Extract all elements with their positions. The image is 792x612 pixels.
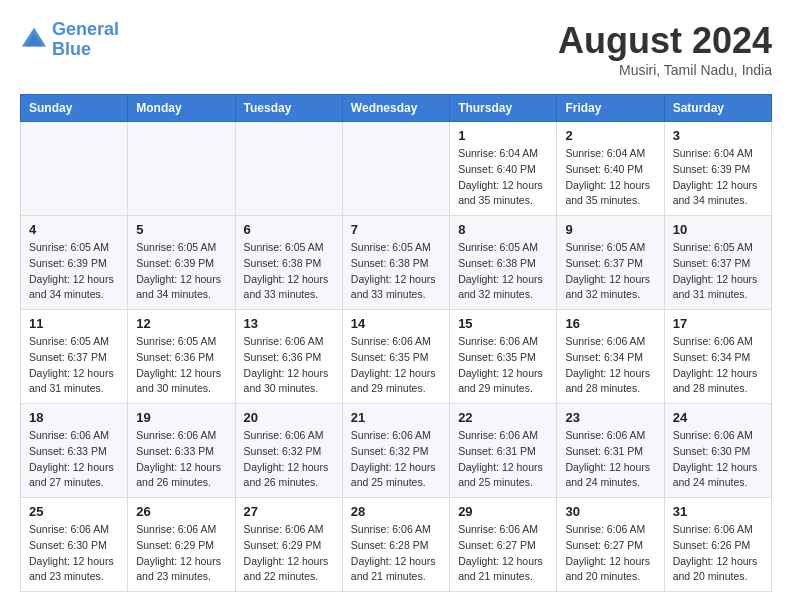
day-number: 27 — [244, 504, 334, 519]
logo: General Blue — [20, 20, 119, 60]
day-number: 6 — [244, 222, 334, 237]
day-number: 29 — [458, 504, 548, 519]
calendar-cell: 29 Sunrise: 6:06 AMSunset: 6:27 PMDaylig… — [450, 498, 557, 592]
day-number: 4 — [29, 222, 119, 237]
day-number: 28 — [351, 504, 441, 519]
day-info: Sunrise: 6:06 AMSunset: 6:35 PMDaylight:… — [351, 334, 441, 397]
calendar-day-header: Friday — [557, 95, 664, 122]
calendar-cell: 17 Sunrise: 6:06 AMSunset: 6:34 PMDaylig… — [664, 310, 771, 404]
day-number: 17 — [673, 316, 763, 331]
day-info: Sunrise: 6:06 AMSunset: 6:36 PMDaylight:… — [244, 334, 334, 397]
day-info: Sunrise: 6:06 AMSunset: 6:29 PMDaylight:… — [244, 522, 334, 585]
calendar-cell — [342, 122, 449, 216]
calendar-cell: 21 Sunrise: 6:06 AMSunset: 6:32 PMDaylig… — [342, 404, 449, 498]
calendar-day-header: Monday — [128, 95, 235, 122]
day-info: Sunrise: 6:06 AMSunset: 6:26 PMDaylight:… — [673, 522, 763, 585]
day-info: Sunrise: 6:05 AMSunset: 6:38 PMDaylight:… — [244, 240, 334, 303]
calendar-week-row: 4 Sunrise: 6:05 AMSunset: 6:39 PMDayligh… — [21, 216, 772, 310]
day-number: 9 — [565, 222, 655, 237]
day-number: 22 — [458, 410, 548, 425]
day-number: 16 — [565, 316, 655, 331]
day-info: Sunrise: 6:06 AMSunset: 6:30 PMDaylight:… — [673, 428, 763, 491]
calendar-day-header: Tuesday — [235, 95, 342, 122]
calendar-table: SundayMondayTuesdayWednesdayThursdayFrid… — [20, 94, 772, 592]
day-info: Sunrise: 6:06 AMSunset: 6:32 PMDaylight:… — [351, 428, 441, 491]
day-number: 31 — [673, 504, 763, 519]
day-info: Sunrise: 6:06 AMSunset: 6:34 PMDaylight:… — [565, 334, 655, 397]
calendar-cell: 30 Sunrise: 6:06 AMSunset: 6:27 PMDaylig… — [557, 498, 664, 592]
location: Musiri, Tamil Nadu, India — [558, 62, 772, 78]
day-number: 15 — [458, 316, 548, 331]
day-info: Sunrise: 6:05 AMSunset: 6:36 PMDaylight:… — [136, 334, 226, 397]
day-number: 14 — [351, 316, 441, 331]
day-info: Sunrise: 6:04 AMSunset: 6:40 PMDaylight:… — [565, 146, 655, 209]
day-number: 11 — [29, 316, 119, 331]
day-info: Sunrise: 6:05 AMSunset: 6:39 PMDaylight:… — [136, 240, 226, 303]
day-info: Sunrise: 6:06 AMSunset: 6:28 PMDaylight:… — [351, 522, 441, 585]
calendar-cell: 28 Sunrise: 6:06 AMSunset: 6:28 PMDaylig… — [342, 498, 449, 592]
day-number: 26 — [136, 504, 226, 519]
calendar-week-row: 18 Sunrise: 6:06 AMSunset: 6:33 PMDaylig… — [21, 404, 772, 498]
calendar-cell: 3 Sunrise: 6:04 AMSunset: 6:39 PMDayligh… — [664, 122, 771, 216]
calendar-cell: 6 Sunrise: 6:05 AMSunset: 6:38 PMDayligh… — [235, 216, 342, 310]
calendar-cell: 5 Sunrise: 6:05 AMSunset: 6:39 PMDayligh… — [128, 216, 235, 310]
calendar-cell: 31 Sunrise: 6:06 AMSunset: 6:26 PMDaylig… — [664, 498, 771, 592]
calendar-cell: 1 Sunrise: 6:04 AMSunset: 6:40 PMDayligh… — [450, 122, 557, 216]
day-number: 21 — [351, 410, 441, 425]
calendar-cell: 16 Sunrise: 6:06 AMSunset: 6:34 PMDaylig… — [557, 310, 664, 404]
calendar-cell: 23 Sunrise: 6:06 AMSunset: 6:31 PMDaylig… — [557, 404, 664, 498]
logo-icon — [20, 26, 48, 54]
day-info: Sunrise: 6:06 AMSunset: 6:32 PMDaylight:… — [244, 428, 334, 491]
page-header: General Blue August 2024 Musiri, Tamil N… — [20, 20, 772, 78]
calendar-week-row: 1 Sunrise: 6:04 AMSunset: 6:40 PMDayligh… — [21, 122, 772, 216]
day-number: 1 — [458, 128, 548, 143]
calendar-cell — [21, 122, 128, 216]
day-number: 13 — [244, 316, 334, 331]
calendar-cell: 20 Sunrise: 6:06 AMSunset: 6:32 PMDaylig… — [235, 404, 342, 498]
calendar-cell: 12 Sunrise: 6:05 AMSunset: 6:36 PMDaylig… — [128, 310, 235, 404]
calendar-cell: 15 Sunrise: 6:06 AMSunset: 6:35 PMDaylig… — [450, 310, 557, 404]
calendar-header-row: SundayMondayTuesdayWednesdayThursdayFrid… — [21, 95, 772, 122]
calendar-cell: 19 Sunrise: 6:06 AMSunset: 6:33 PMDaylig… — [128, 404, 235, 498]
day-number: 7 — [351, 222, 441, 237]
day-info: Sunrise: 6:06 AMSunset: 6:33 PMDaylight:… — [29, 428, 119, 491]
day-number: 10 — [673, 222, 763, 237]
logo-text: General Blue — [52, 20, 119, 60]
day-number: 24 — [673, 410, 763, 425]
day-info: Sunrise: 6:06 AMSunset: 6:27 PMDaylight:… — [458, 522, 548, 585]
day-info: Sunrise: 6:06 AMSunset: 6:31 PMDaylight:… — [458, 428, 548, 491]
calendar-week-row: 11 Sunrise: 6:05 AMSunset: 6:37 PMDaylig… — [21, 310, 772, 404]
calendar-day-header: Thursday — [450, 95, 557, 122]
day-number: 23 — [565, 410, 655, 425]
title-area: August 2024 Musiri, Tamil Nadu, India — [558, 20, 772, 78]
calendar-cell: 14 Sunrise: 6:06 AMSunset: 6:35 PMDaylig… — [342, 310, 449, 404]
day-info: Sunrise: 6:06 AMSunset: 6:34 PMDaylight:… — [673, 334, 763, 397]
day-info: Sunrise: 6:05 AMSunset: 6:38 PMDaylight:… — [351, 240, 441, 303]
day-info: Sunrise: 6:06 AMSunset: 6:29 PMDaylight:… — [136, 522, 226, 585]
calendar-cell — [128, 122, 235, 216]
calendar-cell: 7 Sunrise: 6:05 AMSunset: 6:38 PMDayligh… — [342, 216, 449, 310]
day-number: 19 — [136, 410, 226, 425]
calendar-cell: 4 Sunrise: 6:05 AMSunset: 6:39 PMDayligh… — [21, 216, 128, 310]
calendar-cell: 22 Sunrise: 6:06 AMSunset: 6:31 PMDaylig… — [450, 404, 557, 498]
calendar-cell: 25 Sunrise: 6:06 AMSunset: 6:30 PMDaylig… — [21, 498, 128, 592]
day-info: Sunrise: 6:06 AMSunset: 6:30 PMDaylight:… — [29, 522, 119, 585]
day-number: 30 — [565, 504, 655, 519]
month-year: August 2024 — [558, 20, 772, 62]
day-info: Sunrise: 6:05 AMSunset: 6:39 PMDaylight:… — [29, 240, 119, 303]
day-number: 3 — [673, 128, 763, 143]
calendar-cell: 2 Sunrise: 6:04 AMSunset: 6:40 PMDayligh… — [557, 122, 664, 216]
calendar-day-header: Sunday — [21, 95, 128, 122]
day-number: 2 — [565, 128, 655, 143]
day-info: Sunrise: 6:05 AMSunset: 6:37 PMDaylight:… — [673, 240, 763, 303]
calendar-cell: 11 Sunrise: 6:05 AMSunset: 6:37 PMDaylig… — [21, 310, 128, 404]
day-info: Sunrise: 6:04 AMSunset: 6:39 PMDaylight:… — [673, 146, 763, 209]
day-number: 5 — [136, 222, 226, 237]
day-number: 18 — [29, 410, 119, 425]
day-info: Sunrise: 6:06 AMSunset: 6:31 PMDaylight:… — [565, 428, 655, 491]
day-number: 12 — [136, 316, 226, 331]
calendar-cell: 8 Sunrise: 6:05 AMSunset: 6:38 PMDayligh… — [450, 216, 557, 310]
calendar-cell — [235, 122, 342, 216]
day-info: Sunrise: 6:05 AMSunset: 6:38 PMDaylight:… — [458, 240, 548, 303]
calendar-cell: 9 Sunrise: 6:05 AMSunset: 6:37 PMDayligh… — [557, 216, 664, 310]
